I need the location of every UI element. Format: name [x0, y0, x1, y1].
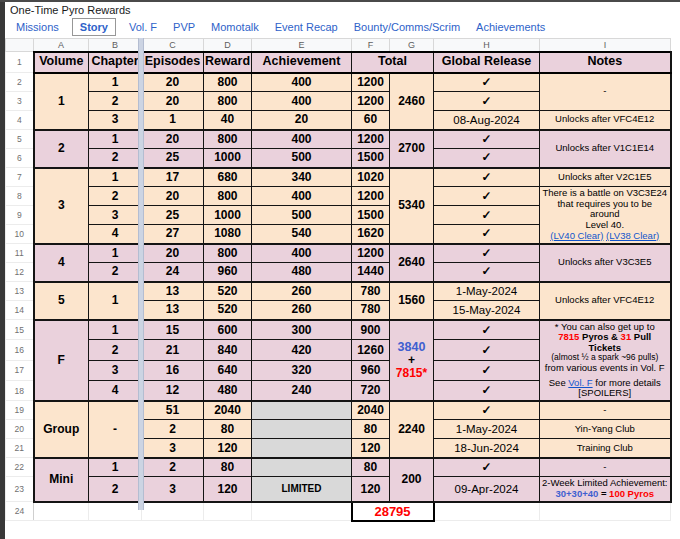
row-number[interactable]: 12	[6, 263, 34, 282]
row-number[interactable]: 19	[6, 401, 34, 420]
cell-volume[interactable]: 4	[34, 244, 89, 282]
cell-empty[interactable]	[252, 502, 352, 521]
cell-reward[interactable]: 680	[204, 168, 252, 187]
cell-reward[interactable]: 80	[204, 420, 252, 439]
cell-total-f[interactable]: 900	[352, 320, 390, 340]
cell-episodes[interactable]: 13	[142, 282, 204, 301]
cell-episodes[interactable]: 20	[142, 187, 204, 206]
cell-total-f[interactable]: 60	[352, 111, 390, 130]
row-number[interactable]: 18	[6, 380, 34, 400]
vol-f-link[interactable]: Vol. F	[568, 377, 592, 388]
cell-reward[interactable]: 480	[204, 380, 252, 400]
cell-notes[interactable]: * You can also get up to 7815 Pyros & 31…	[540, 320, 671, 401]
row-number[interactable]: 13	[6, 282, 34, 301]
tab-vol-f[interactable]: Vol. F	[129, 21, 157, 33]
cell-chapter[interactable]: 2	[89, 263, 142, 282]
cell-chapter[interactable]: 4	[89, 225, 142, 244]
cell-volume[interactable]: Mini	[34, 458, 89, 502]
tab-momotalk[interactable]: Momotalk	[211, 21, 259, 33]
cell-achievement[interactable]: LIMITED	[252, 477, 352, 502]
cell-total-f[interactable]: 960	[352, 360, 390, 380]
cell-total-f[interactable]: 120	[352, 477, 390, 502]
cell-chapter[interactable]: 1	[89, 320, 142, 340]
cell-episodes[interactable]: 24	[142, 263, 204, 282]
cell-total-f[interactable]: 780	[352, 301, 390, 320]
cell-episodes[interactable]: 21	[142, 340, 204, 360]
cell-total-f[interactable]: 80	[352, 420, 390, 439]
row-number[interactable]: 6	[6, 149, 34, 168]
column-letter-b[interactable]: B	[89, 39, 142, 52]
cell-episodes[interactable]: 2	[142, 458, 204, 477]
column-letter-a[interactable]: A	[34, 39, 89, 52]
cell-achievement[interactable]: 500	[252, 149, 352, 168]
cell-achievement[interactable]: 260	[252, 282, 352, 301]
cell-global-release[interactable]: ✓	[434, 380, 540, 400]
cell-achievement[interactable]: 260	[252, 301, 352, 320]
column-letter-e[interactable]: E	[252, 39, 352, 52]
cell-chapter[interactable]: 3	[89, 360, 142, 380]
cell-grand-total[interactable]: 28795	[352, 502, 434, 521]
cell-notes[interactable]: Unlocks after V1C1E14	[540, 130, 671, 168]
cell-total-g[interactable]: 1560	[390, 282, 434, 320]
cell-global-release[interactable]: ✓	[434, 225, 540, 244]
cell-notes[interactable]: -	[540, 458, 671, 477]
cell-total-g[interactable]: 2460	[390, 73, 434, 130]
cell-episodes[interactable]: 15	[142, 320, 204, 340]
tab-bounty-comms-scrim[interactable]: Bounty/Comms/Scrim	[354, 21, 460, 33]
cell-reward[interactable]: 600	[204, 320, 252, 340]
header-total[interactable]: Total	[352, 52, 434, 73]
header-reward[interactable]: Reward	[204, 52, 252, 73]
cell-volume[interactable]: 3	[34, 168, 89, 244]
cell-total-f[interactable]: 1200	[352, 92, 390, 111]
column-letter-d[interactable]: D	[204, 39, 252, 52]
row-number[interactable]: 21	[6, 439, 34, 458]
row-number[interactable]: 16	[6, 340, 34, 360]
cell-chapter[interactable]: 2	[89, 92, 142, 111]
cell-reward[interactable]: 800	[204, 130, 252, 149]
row-number[interactable]: 9	[6, 206, 34, 225]
cell-episodes[interactable]: 2	[142, 420, 204, 439]
cell-total-g[interactable]: 3840 + 7815*	[390, 320, 434, 401]
cell-reward[interactable]: 840	[204, 340, 252, 360]
cell-episodes[interactable]: 12	[142, 380, 204, 400]
cell-achievement[interactable]: 240	[252, 380, 352, 400]
cell-global-release[interactable]: 1-May-2024	[434, 420, 540, 439]
cell-total-f[interactable]: 1620	[352, 225, 390, 244]
column-letter-f[interactable]: F	[352, 39, 390, 52]
cell-notes[interactable]: Unlocks after V3C3E5	[540, 244, 671, 282]
cell-global-release[interactable]: ✓	[434, 401, 540, 420]
cell-reward[interactable]: 520	[204, 282, 252, 301]
cell-global-release[interactable]: ✓	[434, 340, 540, 360]
cell-empty[interactable]	[434, 502, 540, 521]
cell-episodes[interactable]: 1	[142, 111, 204, 130]
select-all-corner[interactable]	[6, 39, 34, 52]
cell-total-f[interactable]: 780	[352, 282, 390, 301]
cell-total-f[interactable]: 120	[352, 439, 390, 458]
frozen-pane-divider[interactable]	[138, 38, 144, 510]
cell-achievement[interactable]: 540	[252, 225, 352, 244]
cell-notes[interactable]: Training Club	[540, 439, 671, 458]
row-number[interactable]: 22	[6, 458, 34, 477]
cell-achievement[interactable]: 400	[252, 73, 352, 92]
cell-volume[interactable]: 1	[34, 73, 89, 130]
column-letter-g[interactable]: G	[390, 39, 434, 52]
header-notes[interactable]: Notes	[540, 52, 671, 73]
row-number[interactable]: 23	[6, 477, 34, 502]
cell-episodes[interactable]: 17	[142, 168, 204, 187]
row-number[interactable]: 24	[6, 502, 34, 521]
cell-episodes[interactable]: 20	[142, 244, 204, 263]
cell-total-g[interactable]: 200	[390, 458, 434, 502]
cell-achievement[interactable]: 480	[252, 263, 352, 282]
cell-achievement[interactable]	[252, 458, 352, 477]
cell-global-release[interactable]: ✓	[434, 320, 540, 340]
cell-global-release[interactable]: ✓	[434, 458, 540, 477]
cell-empty[interactable]	[34, 502, 89, 521]
cell-global-release[interactable]: 09-Apr-2024	[434, 477, 540, 502]
cell-reward[interactable]: 40	[204, 111, 252, 130]
cell-total-g[interactable]: 2240	[390, 401, 434, 458]
header-chapter[interactable]: Chapter	[89, 52, 142, 73]
cell-total-f[interactable]: 1200	[352, 244, 390, 263]
cell-total-g[interactable]: 2700	[390, 130, 434, 168]
cell-episodes[interactable]: 25	[142, 149, 204, 168]
tab-missions[interactable]: Missions	[16, 21, 59, 33]
